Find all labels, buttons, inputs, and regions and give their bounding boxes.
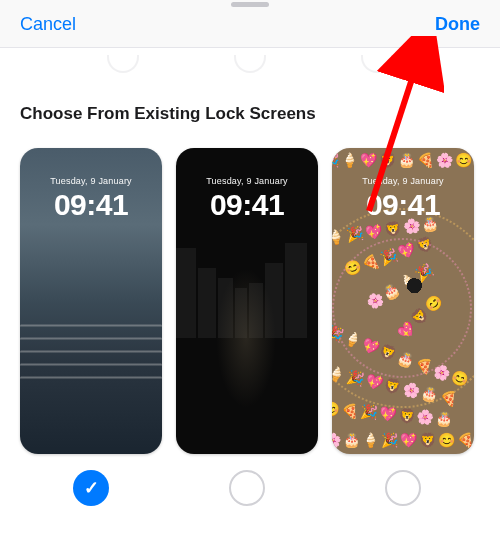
faded-selector-row: [0, 55, 500, 85]
lockscreen-preview-city-fog[interactable]: Tuesday, 9 January 09:41: [20, 148, 162, 454]
lockscreen-time: 09:41: [20, 188, 162, 222]
lockscreen-preview-dark-street[interactable]: Tuesday, 9 January 09:41: [176, 148, 318, 454]
lockscreen-date: Tuesday, 9 January: [176, 176, 318, 186]
selection-indicator-unselected[interactable]: [229, 470, 265, 506]
selection-indicator-selected[interactable]: ✓: [73, 470, 109, 506]
lockscreens-row: Tuesday, 9 January 09:41 ✓ Tuesday, 9 Ja…: [20, 148, 480, 506]
lockscreen-time: 09:41: [176, 188, 318, 222]
lockscreen-date: Tuesday, 9 January: [332, 176, 474, 186]
navigation-bar: Cancel Done: [0, 0, 500, 48]
lockscreen-time: 09:41: [332, 188, 474, 222]
lockscreen-option-2[interactable]: Tuesday, 9 January 09:41: [176, 148, 318, 506]
cancel-button[interactable]: Cancel: [20, 14, 76, 35]
lockscreen-option-3[interactable]: 🎉🍦💖🦁🎂🍕🌸😊 🍦🎉💖🦁🌸🎂 😊🍕🎉💖🦁 🌸🎂🍦🎉 💖🦁😊 🎉🍦💖🦁🎂🍕🌸😊 …: [332, 148, 474, 506]
lockscreen-preview-emoji-spiral[interactable]: 🎉🍦💖🦁🎂🍕🌸😊 🍦🎉💖🦁🌸🎂 😊🍕🎉💖🦁 🌸🎂🍦🎉 💖🦁😊 🎉🍦💖🦁🎂🍕🌸😊 …: [332, 148, 474, 454]
section-title: Choose From Existing Lock Screens: [20, 104, 480, 124]
done-button[interactable]: Done: [435, 14, 480, 35]
street-glow-graphic: [216, 268, 276, 408]
lockscreen-option-1[interactable]: Tuesday, 9 January 09:41 ✓: [20, 148, 162, 506]
sheet-drag-handle[interactable]: [231, 2, 269, 7]
content-area: Choose From Existing Lock Screens Tuesda…: [0, 48, 500, 526]
lockscreen-date: Tuesday, 9 January: [20, 176, 162, 186]
crosswalk-graphic: [20, 324, 162, 404]
checkmark-icon: ✓: [84, 477, 99, 499]
selection-indicator-unselected[interactable]: [385, 470, 421, 506]
